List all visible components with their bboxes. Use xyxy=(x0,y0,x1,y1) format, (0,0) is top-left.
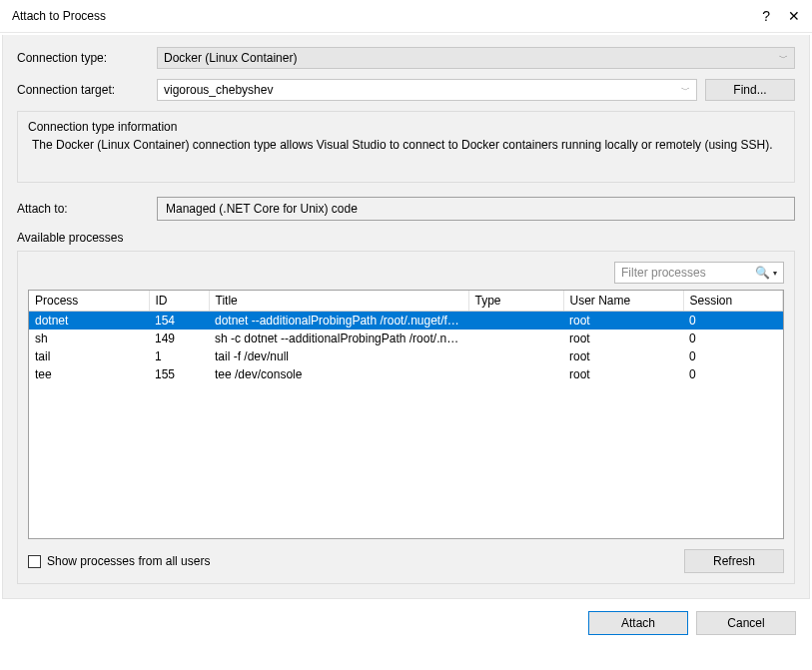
checkbox-icon[interactable] xyxy=(28,555,41,568)
connection-info-text: The Docker (Linux Container) connection … xyxy=(28,138,784,152)
cell-id: 155 xyxy=(149,365,209,383)
connection-target-value: vigorous_chebyshev xyxy=(164,83,273,97)
cancel-button[interactable]: Cancel xyxy=(696,611,796,635)
header-session[interactable]: Session xyxy=(683,291,783,312)
cell-type xyxy=(468,312,563,331)
cell-user: root xyxy=(563,312,683,331)
titlebar: Attach to Process ? ✕ xyxy=(0,0,812,33)
cell-process: sh xyxy=(29,330,149,347)
refresh-button[interactable]: Refresh xyxy=(684,549,784,573)
header-process[interactable]: Process xyxy=(29,291,149,312)
attach-button[interactable]: Attach xyxy=(588,611,688,635)
connection-type-value: Docker (Linux Container) xyxy=(164,51,297,65)
attach-to-label: Attach to: xyxy=(17,202,157,216)
filter-placeholder: Filter processes xyxy=(621,266,706,280)
header-user[interactable]: User Name xyxy=(563,291,683,312)
table-row[interactable]: tail1tail -f /dev/nullroot0 xyxy=(29,347,783,365)
table-header-row[interactable]: Process ID Title Type User Name Session xyxy=(29,291,783,312)
cell-session: 0 xyxy=(683,365,783,383)
table-row[interactable]: dotnet154dotnet --additionalProbingPath … xyxy=(29,312,783,331)
show-all-users-checkbox[interactable]: Show processes from all users xyxy=(28,554,210,568)
connection-info-box: Connection type information The Docker (… xyxy=(17,111,795,183)
cell-session: 0 xyxy=(683,347,783,365)
cell-title: dotnet --additionalProbingPath /root/.nu… xyxy=(209,312,468,331)
cell-user: root xyxy=(563,347,683,365)
cell-type xyxy=(468,365,563,383)
table-row[interactable]: tee155tee /dev/consoleroot0 xyxy=(29,365,783,383)
window-title: Attach to Process xyxy=(12,9,106,23)
header-title[interactable]: Title xyxy=(209,291,468,312)
cell-process: tee xyxy=(29,365,149,383)
cell-title: tail -f /dev/null xyxy=(209,347,468,365)
connection-type-label: Connection type: xyxy=(17,51,157,65)
cell-user: root xyxy=(563,365,683,383)
search-icon[interactable]: 🔍 xyxy=(755,266,770,280)
process-table[interactable]: Process ID Title Type User Name Session … xyxy=(28,290,784,539)
connection-type-select[interactable]: Docker (Linux Container) ﹀ xyxy=(157,47,795,69)
connection-info-title: Connection type information xyxy=(28,120,784,134)
cell-title: sh -c dotnet --additionalProbingPath /ro… xyxy=(209,330,468,347)
attach-to-field[interactable]: Managed (.NET Core for Unix) code xyxy=(157,197,795,221)
header-id[interactable]: ID xyxy=(149,291,209,312)
cell-user: root xyxy=(563,330,683,347)
cell-process: tail xyxy=(29,347,149,365)
chevron-down-icon: ﹀ xyxy=(681,84,690,97)
cell-id: 1 xyxy=(149,347,209,365)
dropdown-icon[interactable]: ▾ xyxy=(773,269,777,278)
processes-panel: Filter processes 🔍 ▾ Process ID Title Ty… xyxy=(17,251,795,584)
available-processes-label: Available processes xyxy=(17,231,795,245)
cell-title: tee /dev/console xyxy=(209,365,468,383)
close-icon[interactable]: ✕ xyxy=(788,8,800,24)
header-type[interactable]: Type xyxy=(468,291,563,312)
filter-input[interactable]: Filter processes 🔍 ▾ xyxy=(614,262,784,284)
cell-session: 0 xyxy=(683,330,783,347)
table-row[interactable]: sh149sh -c dotnet --additionalProbingPat… xyxy=(29,330,783,347)
chevron-down-icon: ﹀ xyxy=(779,52,788,65)
connection-target-label: Connection target: xyxy=(17,83,157,97)
cell-id: 149 xyxy=(149,330,209,347)
cell-process: dotnet xyxy=(29,312,149,331)
cell-id: 154 xyxy=(149,312,209,331)
connection-target-combo[interactable]: vigorous_chebyshev ﹀ xyxy=(157,79,697,101)
help-icon[interactable]: ? xyxy=(762,8,770,24)
cell-type xyxy=(468,330,563,347)
cell-session: 0 xyxy=(683,312,783,331)
show-all-users-label: Show processes from all users xyxy=(47,554,210,568)
cell-type xyxy=(468,347,563,365)
find-button[interactable]: Find... xyxy=(705,79,795,101)
